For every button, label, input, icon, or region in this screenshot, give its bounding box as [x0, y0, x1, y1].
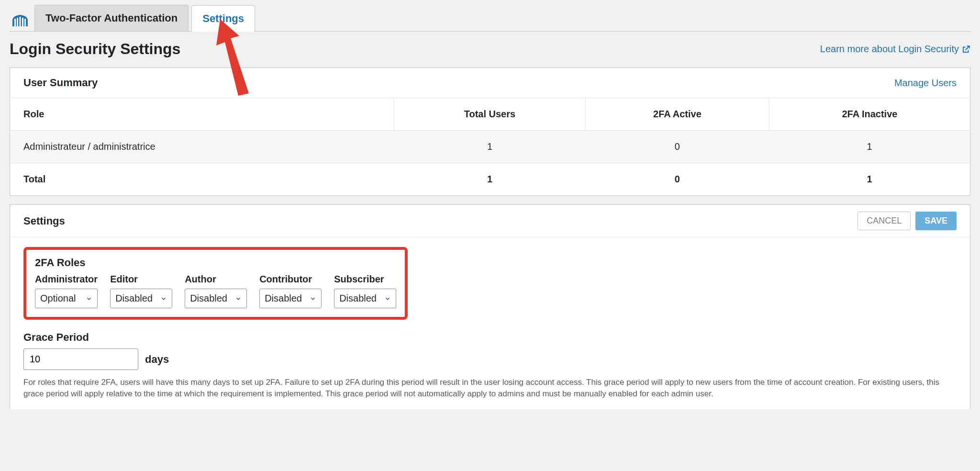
role-value: Optional: [40, 293, 76, 304]
role-value: Disabled: [115, 293, 153, 304]
svg-rect-3: [22, 18, 23, 26]
grace-period-unit: days: [145, 353, 169, 366]
svg-rect-1: [17, 18, 18, 26]
col-role: Role: [10, 98, 394, 131]
role-label-author: Author: [185, 274, 247, 285]
settings-header: Settings CANCEL SAVE: [10, 205, 970, 237]
cell-total: 1: [394, 163, 585, 196]
role-label-administrator: Administrator: [35, 274, 98, 285]
grace-period-input[interactable]: [23, 348, 138, 370]
chevron-down-icon: [160, 295, 167, 302]
user-summary-table: Role Total Users 2FA Active 2FA Inactive…: [10, 98, 970, 195]
page-header: Login Security Settings Learn more about…: [10, 32, 970, 67]
chevron-down-icon: [310, 295, 316, 302]
chevron-down-icon: [384, 295, 391, 302]
settings-title: Settings: [23, 215, 65, 227]
settings-panel: Settings CANCEL SAVE 2FA Roles Administr…: [10, 204, 970, 409]
tab-two-factor[interactable]: Two-Factor Authentication: [34, 5, 189, 31]
svg-rect-0: [14, 19, 16, 26]
role-label-editor: Editor: [110, 274, 172, 285]
tabs-bar: Two-Factor Authentication Settings: [10, 5, 970, 32]
col-inactive: 2FA Inactive: [769, 98, 970, 131]
cell-role: Administrateur / administratrice: [10, 131, 394, 163]
table-row: Administrateur / administratrice 1 0 1: [10, 131, 970, 163]
wordfence-logo-icon: [11, 14, 29, 27]
chevron-down-icon: [235, 295, 242, 302]
role-value: Disabled: [190, 293, 227, 304]
role-select-subscriber[interactable]: Disabled: [334, 289, 396, 308]
role-select-administrator[interactable]: Optional: [35, 289, 98, 308]
role-label-contributor: Contributor: [259, 274, 322, 285]
roles-title: 2FA Roles: [35, 257, 396, 269]
user-summary-title: User Summary: [23, 77, 98, 89]
svg-rect-2: [20, 17, 21, 26]
cell-inactive: 1: [769, 163, 970, 196]
roles-highlight-box: 2FA Roles Administrator Optional Editor …: [23, 247, 408, 320]
cell-total: 1: [394, 131, 585, 163]
role-value: Disabled: [339, 293, 377, 304]
external-link-icon: [962, 45, 970, 54]
svg-rect-4: [24, 19, 26, 26]
save-button[interactable]: SAVE: [915, 212, 957, 230]
cancel-button[interactable]: CANCEL: [858, 212, 911, 230]
tab-settings[interactable]: Settings: [191, 5, 255, 32]
settings-body: 2FA Roles Administrator Optional Editor …: [10, 237, 970, 409]
col-total: Total Users: [394, 98, 585, 131]
user-summary-panel: User Summary Manage Users Role Total Use…: [10, 67, 970, 196]
cell-active: 0: [585, 163, 769, 196]
table-row: Total 1 0 1: [10, 163, 970, 196]
grace-period-title: Grace Period: [23, 331, 957, 344]
cell-role: Total: [10, 163, 394, 196]
role-select-contributor[interactable]: Disabled: [259, 289, 322, 308]
learn-more-text: Learn more about Login Security: [820, 44, 959, 55]
role-value: Disabled: [265, 293, 302, 304]
role-select-author[interactable]: Disabled: [185, 289, 247, 308]
manage-users-link[interactable]: Manage Users: [894, 78, 957, 89]
cell-active: 0: [585, 131, 769, 163]
learn-more-link[interactable]: Learn more about Login Security: [820, 44, 970, 55]
col-active: 2FA Active: [585, 98, 769, 131]
cell-inactive: 1: [769, 131, 970, 163]
page-title: Login Security Settings: [10, 40, 180, 58]
user-summary-header: User Summary Manage Users: [10, 68, 970, 98]
role-select-editor[interactable]: Disabled: [110, 289, 172, 308]
grace-period-description: For roles that require 2FA, users will h…: [23, 377, 957, 400]
chevron-down-icon: [86, 295, 92, 302]
role-label-subscriber: Subscriber: [334, 274, 396, 285]
